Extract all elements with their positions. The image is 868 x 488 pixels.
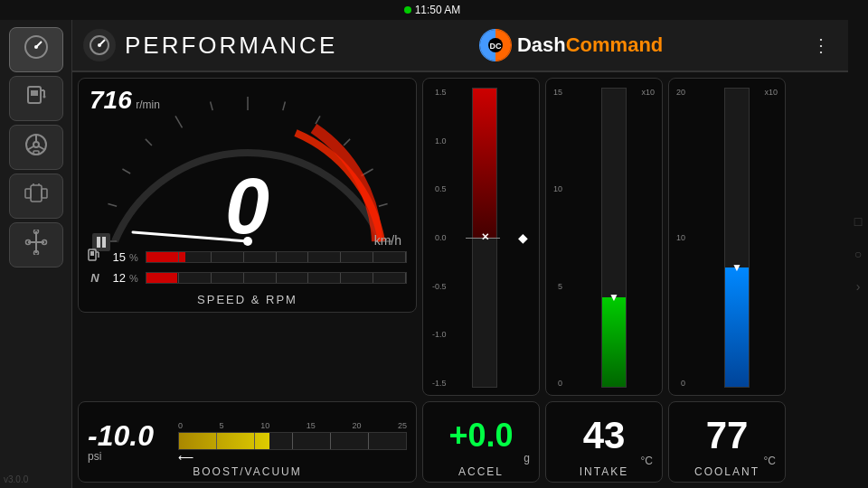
speed-rpm-panel: 716 r/min <box>78 78 417 313</box>
intake-bottom-panel: 43 °C INTAKE <box>545 401 663 483</box>
accel-value: +0.0 <box>448 419 513 452</box>
sidebar-item-transmission[interactable] <box>9 222 63 267</box>
speed-rpm-label: SPEED & RPM <box>79 293 416 306</box>
coolant-bottom-panel: 77 °C COOLANT <box>668 401 786 483</box>
right-sidebar: □ ○ › <box>848 20 868 488</box>
boost-value: -10.0 <box>88 421 169 450</box>
svg-line-31 <box>122 169 130 174</box>
right-bar-circle[interactable]: ○ <box>854 247 862 261</box>
svg-line-40 <box>379 204 388 207</box>
accel-unit: g <box>524 452 535 465</box>
status-time-container: 11:50 AM <box>404 4 465 16</box>
transmission-icon <box>24 230 48 260</box>
fuel-icon <box>25 83 47 114</box>
n-bar-unit: % <box>129 273 142 284</box>
svg-rect-13 <box>25 189 31 198</box>
bar-gauges: 15 % N 12 % <box>88 248 407 285</box>
svg-rect-48 <box>90 251 94 256</box>
header-left: PERFORMANCE <box>83 29 337 61</box>
accel-label: ACCEL <box>423 465 539 478</box>
svg-rect-14 <box>31 185 42 202</box>
svg-point-51 <box>98 256 99 258</box>
header-gauge-icon <box>83 29 116 61</box>
logo-text: DashCommand <box>517 33 663 57</box>
fuel-bar-icon <box>88 248 102 267</box>
intake-top-panel: 15 10 5 0 x10 ▼ <box>545 78 663 396</box>
right-bar-arrow[interactable]: › <box>856 279 861 294</box>
engine-warning-icon <box>24 183 49 209</box>
logo-icon: DC <box>479 29 512 61</box>
accel-bottom-panel: +0.0 g ACCEL <box>422 401 540 483</box>
n-bar-value: 12 <box>106 271 126 285</box>
sidebar-item-fuel[interactable] <box>9 76 63 121</box>
n-label: N <box>88 271 102 285</box>
menu-button[interactable]: ⋮ <box>805 31 837 60</box>
speedometer-icon <box>24 34 49 65</box>
svg-rect-3 <box>31 90 38 96</box>
speed-unit: km/h <box>374 233 401 248</box>
accel-top-panel: 1.5 1.0 0.5 0.0 -0.5 -1.0 -1.5 <box>422 78 540 396</box>
intake-label: INTAKE <box>546 465 662 478</box>
svg-point-8 <box>33 142 39 147</box>
boost-label: BOOST/VACUUM <box>79 465 416 478</box>
intake-value: 43 <box>583 417 626 455</box>
svg-point-25 <box>98 43 101 47</box>
svg-line-11 <box>39 146 45 150</box>
right-bar-square[interactable]: □ <box>854 214 862 229</box>
svg-line-38 <box>344 139 350 145</box>
speed-display: 0 <box>225 160 269 252</box>
sidebar <box>0 20 72 488</box>
svg-line-34 <box>211 101 213 110</box>
svg-line-30 <box>108 204 117 207</box>
coolant-top-panel: 20 10 0 x10 ▼ <box>668 78 786 396</box>
boost-panel: -10.0 psi 0510152025 <box>78 401 417 483</box>
fuel-bar-value: 15 <box>106 250 126 264</box>
svg-rect-45 <box>97 237 100 248</box>
speed-unit-label: km/h <box>374 232 401 249</box>
fuel-bar-unit: % <box>129 252 142 263</box>
dashcommand-logo: DC DashCommand <box>479 29 663 61</box>
sidebar-item-engine[interactable] <box>9 174 63 219</box>
sidebar-item-steering[interactable] <box>9 125 63 170</box>
svg-point-6 <box>42 96 45 99</box>
svg-rect-12 <box>33 151 39 155</box>
dashboard: 716 r/min <box>72 72 848 488</box>
steering-icon <box>24 132 49 163</box>
status-bar: 11:50 AM <box>0 0 868 20</box>
boost-unit: psi <box>88 450 169 463</box>
coolant-value: 77 <box>706 417 749 455</box>
speed-value: 0 <box>225 161 269 250</box>
logo-dash: Dash <box>517 33 566 56</box>
sidebar-item-performance[interactable] <box>9 27 63 72</box>
page-title: PERFORMANCE <box>125 32 337 60</box>
clock-display: 11:50 AM <box>415 4 461 16</box>
svg-line-37 <box>316 116 320 124</box>
header: PERFORMANCE DC DashCommand <box>72 20 848 72</box>
svg-rect-15 <box>42 189 47 198</box>
svg-point-1 <box>34 45 38 49</box>
logo-command: Command <box>566 33 664 56</box>
version-label: v3.0.0 <box>4 474 28 484</box>
svg-text:DC: DC <box>489 42 501 51</box>
svg-line-32 <box>146 139 152 145</box>
svg-rect-46 <box>102 237 106 248</box>
main-container: PERFORMANCE DC DashCommand <box>0 20 868 488</box>
content-area: PERFORMANCE DC DashCommand <box>72 20 848 488</box>
svg-line-33 <box>175 116 183 127</box>
svg-line-36 <box>283 101 286 110</box>
signal-indicator <box>404 6 411 14</box>
svg-line-10 <box>27 146 33 150</box>
coolant-label: COOLANT <box>669 465 785 478</box>
